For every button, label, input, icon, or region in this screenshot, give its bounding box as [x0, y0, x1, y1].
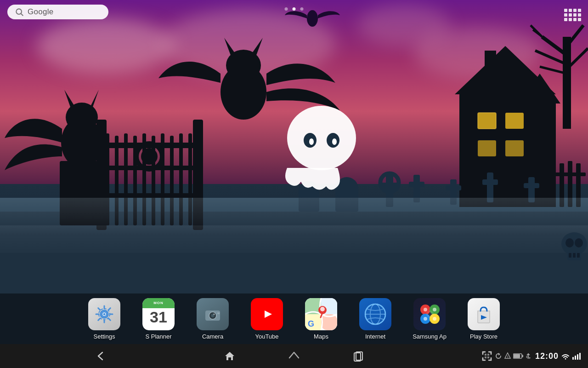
svg-point-68 — [287, 106, 356, 170]
maps-icon: G — [305, 298, 337, 330]
svg-rect-78 — [569, 253, 571, 258]
svg-text:!: ! — [507, 355, 509, 359]
svg-point-71 — [309, 138, 314, 145]
svg-line-91 — [108, 308, 110, 310]
status-bar: ! 12:00 — [495, 351, 581, 361]
dock-item-settings[interactable]: Settings — [84, 298, 125, 340]
page-dot-2[interactable] — [293, 7, 296, 11]
page-dot-3[interactable] — [300, 7, 304, 11]
svg-rect-137 — [522, 355, 523, 357]
svg-point-139 — [526, 356, 528, 358]
svg-point-18 — [141, 148, 158, 165]
battery-icon — [513, 353, 523, 359]
samsung-label: Samsung Ap — [413, 333, 447, 340]
svg-rect-141 — [572, 357, 574, 360]
top-bar: Google — [0, 0, 588, 24]
svg-rect-128 — [485, 354, 486, 356]
apps-grid-button[interactable] — [562, 5, 582, 25]
wifi-icon — [561, 352, 570, 360]
svg-marker-26 — [224, 38, 238, 59]
svg-point-121 — [424, 308, 427, 311]
svg-line-45 — [567, 25, 583, 46]
splanner-month: MON — [142, 298, 175, 308]
camera-icon — [197, 298, 229, 330]
splanner-label: S Planner — [145, 333, 171, 340]
page-dots — [285, 7, 304, 11]
svg-rect-35 — [478, 140, 496, 156]
svg-point-120 — [426, 310, 434, 318]
samsung-icon — [413, 298, 446, 330]
svg-point-122 — [433, 308, 436, 311]
playstore-icon — [468, 298, 500, 330]
svg-rect-129 — [487, 354, 489, 356]
svg-point-109 — [320, 307, 325, 311]
svg-rect-143 — [577, 354, 578, 360]
svg-rect-101 — [217, 312, 220, 314]
svg-point-77 — [575, 238, 583, 247]
dock-item-camera[interactable]: Camera — [192, 298, 233, 340]
svg-rect-33 — [478, 113, 496, 129]
svg-rect-130 — [485, 356, 486, 358]
splanner-date: 31 — [150, 309, 167, 325]
back-button[interactable] — [90, 345, 113, 368]
svg-rect-131 — [487, 356, 489, 358]
nav-bar: ! 12:00 — [0, 344, 588, 368]
svg-rect-42 — [551, 172, 586, 176]
svg-rect-43 — [563, 37, 571, 129]
svg-rect-58 — [524, 183, 539, 188]
alert-icon: ! — [504, 352, 511, 360]
home-button[interactable] — [218, 345, 241, 368]
google-logo: Google — [28, 7, 54, 17]
svg-point-95 — [103, 313, 106, 315]
svg-line-89 — [98, 308, 100, 310]
youtube-icon — [251, 298, 283, 330]
time-display: 12:00 — [535, 351, 559, 361]
svg-point-114 — [366, 305, 384, 323]
svg-point-74 — [561, 232, 587, 255]
internet-label: Internet — [365, 333, 385, 340]
svg-point-72 — [332, 138, 337, 145]
svg-line-92 — [98, 318, 100, 320]
svg-point-140 — [529, 357, 530, 359]
svg-rect-67 — [0, 225, 588, 253]
svg-line-82 — [21, 14, 23, 16]
svg-point-124 — [433, 317, 436, 321]
dock: Settings MON 31 S Planner Camera — [0, 293, 588, 344]
youtube-label: YouTube — [255, 333, 278, 340]
usb-icon — [526, 352, 531, 360]
grid-icon — [564, 9, 581, 21]
svg-rect-144 — [579, 353, 581, 360]
svg-point-100 — [214, 313, 215, 315]
svg-rect-30 — [485, 51, 496, 78]
show-apps-button[interactable] — [287, 350, 301, 362]
svg-rect-34 — [505, 113, 524, 129]
svg-marker-132 — [498, 353, 500, 356]
page-dot-1[interactable] — [285, 7, 288, 11]
svg-rect-54 — [446, 185, 461, 190]
settings-icon — [88, 298, 120, 330]
recents-button[interactable] — [347, 345, 370, 368]
dock-item-samsung[interactable]: Samsung Ap — [409, 298, 450, 340]
svg-point-123 — [424, 317, 427, 321]
svg-marker-27 — [249, 38, 263, 59]
settings-label: Settings — [94, 333, 115, 340]
dock-item-internet[interactable]: Internet — [355, 298, 396, 340]
internet-icon — [359, 298, 391, 330]
google-search-bar[interactable]: Google — [7, 5, 108, 19]
dock-item-playstore[interactable]: Play Store — [463, 298, 504, 340]
svg-line-90 — [108, 318, 110, 320]
splanner-icon: MON 31 — [142, 298, 175, 330]
camera-label: Camera — [202, 333, 223, 340]
dock-item-maps[interactable]: G Maps — [300, 298, 342, 340]
svg-rect-79 — [573, 253, 576, 258]
svg-rect-136 — [514, 354, 520, 358]
dock-item-youtube[interactable]: YouTube — [246, 298, 288, 340]
svg-rect-142 — [575, 356, 576, 360]
svg-rect-36 — [505, 140, 524, 156]
search-icon — [15, 7, 24, 17]
dock-item-splanner[interactable]: MON 31 S Planner — [138, 298, 179, 340]
maps-label: Maps — [314, 333, 328, 340]
svg-point-76 — [565, 238, 574, 247]
svg-point-81 — [16, 9, 22, 14]
svg-rect-52 — [409, 182, 424, 187]
